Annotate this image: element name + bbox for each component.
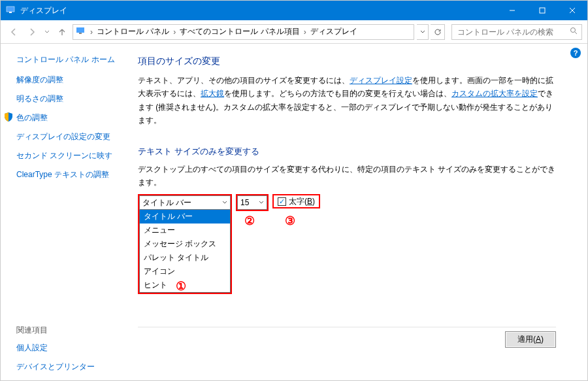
item-option[interactable]: タイトル バー: [140, 210, 230, 224]
svg-rect-1: [9, 12, 12, 13]
chevron-right-icon: ›: [302, 27, 308, 37]
svg-point-8: [571, 28, 576, 33]
item-option[interactable]: メッセージ ボックス: [140, 237, 230, 251]
nav-back-button[interactable]: [6, 24, 22, 40]
window-titlebar: ディスプレイ: [1, 1, 587, 20]
breadcrumb-item[interactable]: すべてのコントロール パネル項目: [178, 26, 301, 37]
divider: [138, 327, 556, 327]
sidebar-link-brightness[interactable]: 明るさの調整: [16, 93, 122, 105]
sidebar-link-cleartype[interactable]: ClearType テキストの調整: [16, 169, 122, 180]
dropdown-history-button[interactable]: [417, 24, 429, 40]
chevron-down-icon: [222, 198, 227, 207]
sidebar-link-display-settings[interactable]: ディスプレイの設定の変更: [16, 131, 122, 142]
apply-button[interactable]: 適用(A): [505, 331, 556, 348]
sidebar-link-second-screen[interactable]: セカンド スクリーンに映す: [16, 150, 122, 161]
text-size-desc: デスクトップ上のすべての項目のサイズを変更する代わりに、特定の項目のテキスト サ…: [138, 163, 556, 190]
link-display-settings[interactable]: ディスプレイ設定: [350, 76, 412, 85]
search-box[interactable]: [451, 24, 582, 40]
maximize-button[interactable]: [527, 1, 557, 20]
heading-item-size: 項目のサイズの変更: [138, 56, 569, 67]
nav-up-button[interactable]: [54, 24, 70, 40]
svg-rect-3: [540, 8, 545, 13]
bold-checkbox[interactable]: ✓: [278, 197, 286, 206]
item-select-value: タイトル バー: [142, 197, 191, 208]
chevron-right-icon: ›: [172, 27, 177, 37]
address-bar: › コントロール パネル › すべてのコントロール パネル項目 › ディスプレイ: [1, 20, 587, 44]
display-icon: [6, 5, 15, 16]
item-option[interactable]: パレット タイトル: [140, 251, 230, 265]
heading-text-size: テキスト サイズのみを変更する: [138, 146, 569, 157]
main-content: 項目のサイズの変更 テキスト、アプリ、その他の項目のサイズを変更するには、ディス…: [131, 44, 587, 381]
link-custom-scaling[interactable]: カスタムの拡大率を設定: [451, 89, 538, 98]
search-icon: [570, 27, 578, 37]
nav-forward-button[interactable]: [24, 24, 40, 40]
display-icon: [76, 26, 85, 37]
breadcrumb[interactable]: › コントロール パネル › すべてのコントロール パネル項目 › ディスプレイ: [73, 24, 414, 40]
item-select-combo[interactable]: タイトル バー: [139, 195, 231, 210]
annotation-label-2: ②: [244, 214, 255, 228]
minimize-button[interactable]: [497, 1, 527, 20]
svg-rect-0: [7, 7, 14, 12]
shield-icon: [5, 112, 12, 124]
nav-recent-button[interactable]: [42, 24, 52, 40]
related-items-heading: 関連項目: [16, 325, 122, 336]
sidebar-link-personalization[interactable]: 個人設定: [16, 342, 122, 354]
size-select-combo[interactable]: 15: [237, 195, 267, 210]
control-panel-home-link[interactable]: コントロール パネル ホーム: [16, 54, 122, 65]
sidebar: コントロール パネル ホーム 解像度の調整 明るさの調整 色の調整 ディスプレイ…: [1, 44, 131, 381]
link-magnifier[interactable]: 拡大鏡: [201, 89, 224, 98]
close-button[interactable]: [557, 1, 587, 20]
breadcrumb-item[interactable]: ディスプレイ: [309, 26, 359, 37]
svg-rect-6: [76, 27, 84, 33]
description-text: テキスト、アプリ、その他の項目のサイズを変更するには、ディスプレイ設定を使用しま…: [138, 74, 556, 127]
item-option[interactable]: メニュー: [140, 224, 230, 237]
bold-label: 太字(B): [289, 196, 315, 207]
window-title: ディスプレイ: [20, 5, 497, 16]
chevron-right-icon: ›: [89, 27, 94, 37]
size-select-value: 15: [240, 198, 249, 207]
search-input[interactable]: [456, 27, 578, 37]
annotation-box-2: 15: [236, 194, 269, 211]
svg-rect-7: [79, 33, 82, 34]
annotation-label-3: ③: [285, 214, 295, 228]
sidebar-link-devices[interactable]: デバイスとプリンター: [16, 361, 122, 373]
breadcrumb-item[interactable]: コントロール パネル: [95, 26, 171, 37]
annotation-label-1: ①: [176, 279, 186, 293]
svg-line-9: [575, 32, 577, 34]
sidebar-link-resolution[interactable]: 解像度の調整: [16, 75, 122, 86]
item-option[interactable]: アイコン: [140, 265, 230, 278]
annotation-box-3: ✓ 太字(B): [272, 194, 320, 208]
chevron-down-icon: [259, 198, 264, 207]
refresh-button[interactable]: [431, 24, 445, 40]
sidebar-link-color[interactable]: 色の調整: [16, 112, 122, 124]
